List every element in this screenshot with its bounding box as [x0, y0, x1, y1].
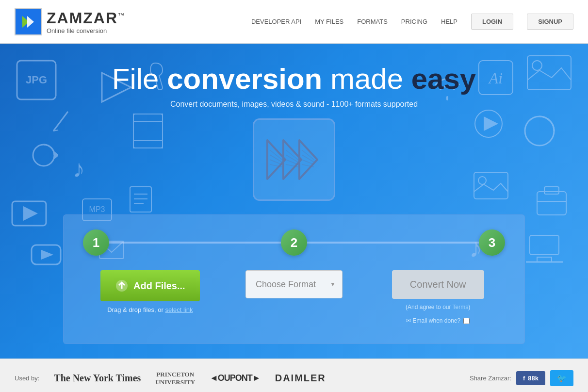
brand-princeton: PRINCETONUNIVERSITY	[155, 371, 195, 386]
logo-text: ZAMZAR™ Online file conversion	[47, 9, 125, 34]
steps-panel: 1 2 3 Add Files... Drag	[63, 214, 525, 344]
step-2-action: Choose Format MP4 MP3 PDF JPG PNG	[227, 270, 361, 298]
brand-daimler: DAIMLER	[275, 373, 326, 384]
facebook-share-button[interactable]: f 88k	[516, 371, 545, 385]
footer: Used by: The New York Times PRINCETONUNI…	[0, 359, 588, 392]
convert-now-button[interactable]: Convert Now	[392, 270, 484, 299]
svg-line-53	[302, 160, 314, 164]
logo-name: ZAMZAR™	[47, 9, 125, 27]
terms-text: (And agree to our Terms)	[406, 304, 470, 310]
select-link[interactable]: select link	[165, 306, 193, 313]
site-header: ZAMZAR™ Online file conversion DEVELOPER…	[0, 0, 588, 44]
drag-drop-text: Drag & drop files, or select link	[107, 306, 193, 313]
hero-section: JPG ♪ MP3	[0, 44, 588, 359]
terms-link[interactable]: Terms	[453, 304, 469, 310]
step-3-action: Convert Now (And agree to our Terms) ✉ E…	[371, 270, 505, 324]
twitter-share-button[interactable]: 🐦	[550, 370, 573, 386]
nav-help[interactable]: HELP	[441, 18, 457, 25]
email-row: ✉ Email when done?	[406, 317, 470, 324]
step-1-circle: 1	[83, 229, 109, 256]
format-select-wrapper: Choose Format MP4 MP3 PDF JPG PNG	[245, 270, 343, 298]
fb-count: 88k	[528, 375, 539, 382]
hero-title: File conversion made easy	[0, 63, 588, 95]
upload-icon	[115, 279, 129, 293]
nav-developer-api[interactable]: DEVELOPER API	[251, 18, 301, 25]
fb-icon: f	[523, 375, 525, 382]
logo-area: ZAMZAR™ Online file conversion	[15, 8, 125, 35]
step-2-circle: 2	[281, 229, 307, 256]
brand-dupont: ◄OUPONT►	[210, 373, 261, 383]
brand-nyt: The New York Times	[54, 373, 141, 384]
hero-content: File conversion made easy Convert docume…	[0, 63, 588, 344]
email-checkbox[interactable]	[463, 318, 470, 324]
nav-my-files[interactable]: MY FILES	[315, 18, 343, 25]
logo-icon	[15, 8, 42, 35]
hero-subtitle: Convert documents, images, videos & soun…	[0, 100, 588, 109]
nav-links: DEVELOPER API MY FILES FORMATS PRICING H…	[251, 14, 573, 30]
email-label: ✉ Email when done?	[406, 317, 460, 324]
svg-line-49	[286, 160, 298, 164]
logo-subtitle: Online file conversion	[47, 27, 125, 34]
steps-actions: Add Files... Drag & drop files, or selec…	[83, 270, 505, 324]
login-button[interactable]: LOGIN	[471, 14, 513, 30]
signup-button[interactable]: SIGNUP	[527, 14, 573, 30]
used-by-label: Used by:	[15, 375, 39, 382]
svg-marker-1	[27, 16, 34, 28]
svg-line-45	[270, 160, 282, 164]
choose-format-select[interactable]: Choose Format MP4 MP3 PDF JPG PNG	[245, 270, 343, 298]
add-files-button[interactable]: Add Files...	[100, 270, 200, 301]
twitter-icon: 🐦	[557, 374, 567, 382]
steps-track: 1 2 3	[83, 229, 505, 256]
nav-pricing[interactable]: PRICING	[401, 18, 427, 25]
used-by-area: Used by: The New York Times PRINCETONUNI…	[15, 371, 326, 386]
share-label: Share Zamzar:	[470, 375, 511, 382]
step-1-action: Add Files... Drag & drop files, or selec…	[83, 270, 217, 313]
share-area: Share Zamzar: f 88k 🐦	[470, 370, 573, 386]
step-3-circle: 3	[479, 229, 505, 256]
hero-play-svg	[265, 135, 323, 184]
nav-formats[interactable]: FORMATS	[357, 18, 388, 25]
hero-logo-play	[253, 118, 335, 201]
